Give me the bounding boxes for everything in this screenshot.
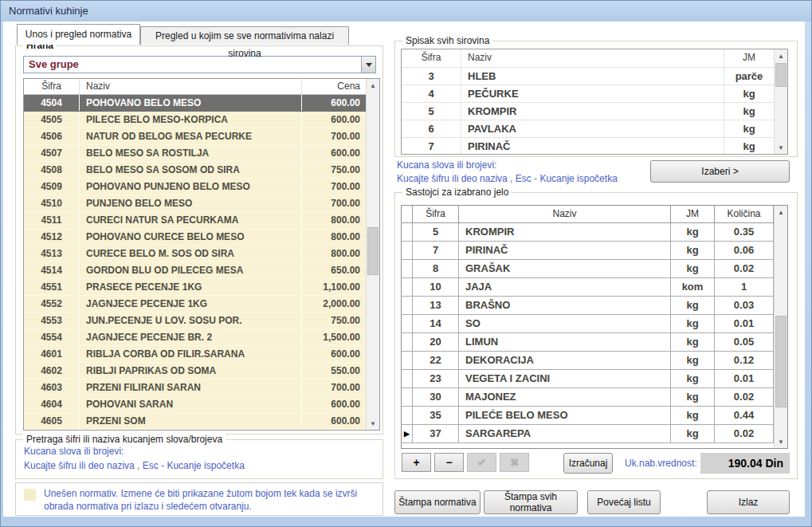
recipe-row[interactable]: 7PIRINAČkg0.06 [402, 242, 774, 260]
food-price: 700.00 [302, 380, 366, 395]
food-price: 700.00 [302, 179, 366, 195]
recipe-row[interactable]: 23VEGETA I ZACINIkg0.01 [402, 370, 774, 388]
food-row[interactable]: 4514GORDON BLU OD PILECEG MESA650.00 [24, 262, 366, 279]
tab-pregled-sirovina[interactable]: Pregled u kojim se sve normativima nalaz… [140, 26, 349, 45]
food-row[interactable]: 4507BELO MESO SA ROSTILJA600.00 [24, 145, 366, 162]
ingredient-row[interactable]: 6PAVLAKAkg [402, 120, 774, 137]
izaberi-button[interactable]: Izaberi > [650, 160, 790, 183]
ingredient-row[interactable]: 4PEČURKEkg [402, 85, 774, 102]
recipe-table-scrollbar[interactable]: ▲ ▼ [774, 206, 787, 448]
recipe-unit: kg [671, 407, 715, 425]
recipe-code: 7 [413, 242, 459, 260]
scroll-up-icon[interactable]: ▲ [367, 79, 379, 92]
current-row-icon: ▶ [402, 425, 413, 443]
recipe-row[interactable]: 20LIMUNkg0.05 [402, 333, 774, 352]
recipe-row[interactable]: 5KROMPIRkg0.35 [402, 223, 774, 242]
food-code: 4554 [24, 329, 80, 345]
food-row[interactable]: 4553JUN.PECENJE U LOV. SOSU POR.750.00 [24, 313, 366, 329]
recipe-unit: kg [671, 315, 715, 333]
ingredient-row[interactable]: 7PIRINAČkg [402, 137, 774, 154]
food-row[interactable]: 4512POHOVANO CURECE BELO MESO800.00 [24, 229, 366, 246]
ingredients-table-scrollbar[interactable]: ▲ ▼ [774, 49, 787, 154]
tab-unos-i-pregled[interactable]: Unos i pregled normativa [17, 24, 140, 45]
food-row[interactable]: 4505PILECE BELO MESO-KORPICA600.00 [24, 112, 366, 128]
food-row[interactable]: 4552JAGNJECE PECENJE 1KG2,000.00 [24, 296, 366, 313]
recipe-name: PILEĆE BELO MESO [459, 407, 671, 425]
ingredient-unit: kg [724, 103, 774, 120]
food-group-select[interactable]: Sve grupe [23, 56, 376, 73]
recipe-row[interactable]: 35PILEĆE BELO MESOkg0.44 [402, 407, 774, 425]
print-all-normatives-button[interactable]: Štampa svih normativa [484, 490, 578, 514]
food-code: 4603 [24, 380, 80, 395]
food-row[interactable]: 4602RIBLJI PAPRIKAS OD SOMA550.00 [24, 363, 366, 380]
food-name: JAGNJECE PECENJE 1KG [80, 296, 302, 312]
ingredient-row[interactable]: 3HLEBparče [402, 67, 774, 85]
food-code: 4510 [24, 195, 80, 211]
recipe-row[interactable]: ▶37SARGAREPAkg0.02 [402, 425, 774, 443]
scroll-down-icon[interactable]: ▼ [775, 141, 787, 154]
recipe-quantity: 0.12 [715, 352, 774, 370]
scroll-up-icon[interactable]: ▲ [775, 49, 787, 62]
scroll-down-icon[interactable]: ▼ [367, 417, 379, 430]
recipe-row[interactable]: 30MAJONEZkg0.02 [402, 388, 774, 407]
food-price: 600.00 [302, 396, 366, 412]
recipe-row[interactable]: 14SOkg0.01 [402, 315, 774, 333]
recipe-unit: kom [671, 278, 715, 297]
ingredient-unit: kg [724, 120, 774, 137]
dropdown-button[interactable] [361, 57, 375, 73]
food-row[interactable]: 4605PRZENI SOM600.00 [24, 413, 366, 430]
food-row[interactable]: 4604POHOVANI SARAN600.00 [24, 396, 366, 413]
food-row[interactable]: 4504POHOVANO BELO MESO600.00 [24, 95, 366, 112]
total-label: Uk.nab.vrednost: [625, 458, 697, 469]
scroll-thumb[interactable] [775, 63, 787, 87]
enlarge-list-button[interactable]: Povećaj listu [587, 490, 661, 514]
ingredient-name: KROMPIR [461, 103, 724, 120]
food-row[interactable]: 4506NATUR OD BELOG MESA PECURKE700.00 [24, 128, 366, 145]
recipe-row[interactable]: 13BRAŠNOkg0.03 [402, 297, 774, 315]
food-name: POHOVANO BELO MESO [80, 95, 302, 111]
food-price: 800.00 [302, 212, 366, 228]
delete-row-button[interactable]: − [434, 453, 464, 472]
food-price: 800.00 [302, 246, 366, 262]
izracunaj-button[interactable]: Izračunaj [563, 453, 613, 474]
recipe-code: 35 [413, 407, 459, 425]
food-table-scrollbar[interactable]: ▲ ▼ [366, 79, 379, 430]
recipe-row[interactable]: 8GRAŠAKkg0.02 [402, 260, 774, 278]
food-row[interactable]: 4551PRASECE PECENJE 1KG1,100.00 [24, 279, 366, 296]
food-row[interactable]: 4554JAGNJECE PECENJE BR. 21,500.00 [24, 329, 366, 346]
food-row[interactable]: 4603PRZENI FILIRANI SARAN700.00 [24, 380, 366, 396]
recipe-row[interactable]: 22DEKORACIJAkg0.12 [402, 352, 774, 370]
food-code: 4508 [24, 162, 80, 178]
food-group-selected-value: Sve grupe [24, 57, 361, 73]
recipe-row[interactable]: 10JAJAkom1 [402, 278, 774, 297]
food-name: NATUR OD BELOG MESA PECURKE [80, 128, 302, 144]
current-row-icon [402, 315, 413, 333]
exit-button[interactable]: Izlaz [707, 490, 790, 514]
recipe-name: MAJONEZ [459, 388, 671, 407]
recipe-name: KROMPIR [459, 223, 671, 242]
recipe-unit: kg [671, 333, 715, 352]
food-code: 4602 [24, 363, 80, 379]
scroll-down-icon[interactable]: ▼ [775, 435, 787, 448]
current-row-icon [402, 352, 413, 370]
food-row[interactable]: 4513CURECE BELO M. SOS OD SIRA800.00 [24, 246, 366, 262]
food-row[interactable]: 4511CURECI NATUR SA PECURKAMA800.00 [24, 212, 366, 229]
food-row[interactable]: 4509POHOVANO PUNJENO BELO MESO700.00 [24, 179, 366, 195]
ingredients-hint-line2: Kucajte šifru ili deo naziva , Esc - Kuc… [397, 173, 618, 184]
food-row[interactable]: 4508BELO MESO SA SOSOM OD SIRA750.00 [24, 162, 366, 179]
scroll-thumb[interactable] [367, 227, 379, 275]
recipe-quantity: 0.01 [715, 315, 774, 333]
recipe-name: DEKORACIJA [459, 352, 671, 370]
recipe-quantity: 0.02 [715, 388, 774, 407]
scroll-thumb[interactable] [775, 316, 787, 407]
recipe-code: 13 [413, 297, 459, 315]
print-normative-button[interactable]: Štampa normativa [394, 490, 481, 514]
confirm-button[interactable]: ✔ [467, 453, 496, 472]
food-code: 4512 [24, 229, 80, 245]
cancel-button[interactable]: ✖ [500, 453, 529, 472]
food-row[interactable]: 4601RIBLJA CORBA OD FILIR.SARANA600.00 [24, 346, 366, 363]
scroll-up-icon[interactable]: ▲ [775, 206, 787, 218]
food-row[interactable]: 4510PUNJENO BELO MESO700.00 [24, 195, 366, 212]
add-row-button[interactable]: + [402, 453, 431, 472]
ingredient-row[interactable]: 5KROMPIRkg [402, 102, 774, 120]
